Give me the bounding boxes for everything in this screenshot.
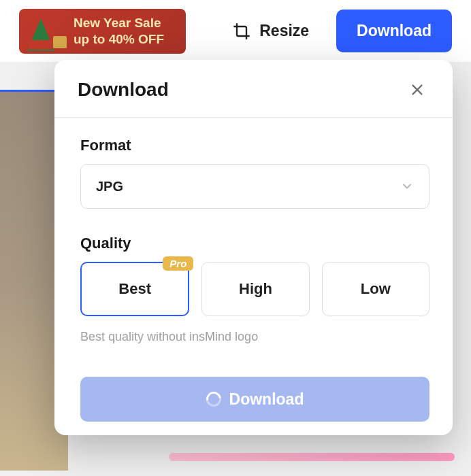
download-modal: Download Format JPG Quality Best Pro Hig… [54, 60, 453, 435]
promo-banner[interactable]: New Year Sale up to 40% OFF [19, 9, 186, 54]
quality-options: Best Pro High Low [80, 262, 429, 316]
close-button[interactable] [405, 78, 429, 102]
resize-label: Resize [259, 22, 309, 40]
top-bar: New Year Sale up to 40% OFF Resize Downl… [0, 0, 471, 63]
gift-icon [53, 36, 67, 48]
format-value: JPG [96, 179, 123, 194]
quality-label: Quality [80, 235, 429, 252]
bottom-strip [169, 453, 455, 461]
quality-high-label: High [239, 280, 272, 298]
quality-option-high[interactable]: High [201, 262, 309, 316]
modal-body: Format JPG Quality Best Pro High Low Bes… [54, 118, 453, 435]
spinner-icon [203, 389, 224, 410]
close-icon [410, 82, 425, 97]
tree-icon [27, 18, 54, 51]
modal-title: Download [78, 79, 169, 101]
quality-best-label: Best [118, 280, 151, 298]
promo-line2: up to 40% OFF [74, 31, 164, 48]
quality-option-low[interactable]: Low [322, 262, 429, 316]
format-select[interactable]: JPG [80, 164, 429, 209]
crop-icon [232, 22, 251, 41]
resize-button[interactable]: Resize [224, 16, 317, 46]
format-label: Format [80, 137, 429, 154]
promo-text: New Year Sale up to 40% OFF [74, 15, 164, 48]
quality-hint: Best quality without insMind logo [80, 330, 429, 344]
chevron-down-icon [400, 180, 414, 193]
quality-option-best[interactable]: Best Pro [80, 262, 189, 316]
modal-download-button[interactable]: Download [80, 377, 429, 422]
quality-low-label: Low [361, 280, 391, 298]
promo-line1: New Year Sale [74, 15, 164, 31]
modal-header: Download [54, 60, 453, 118]
pro-badge: Pro [163, 256, 193, 271]
modal-download-label: Download [229, 390, 304, 409]
download-topbar-label: Download [357, 22, 432, 39]
download-button-topbar[interactable]: Download [336, 10, 452, 52]
